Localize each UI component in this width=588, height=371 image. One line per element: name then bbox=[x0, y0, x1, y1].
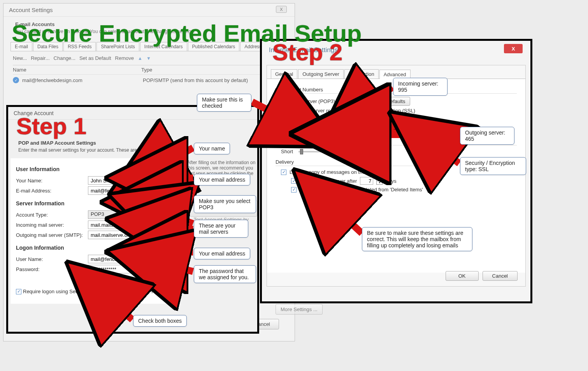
callout-select-pop3: Make sure you select POP3 bbox=[194, 195, 256, 213]
remove-deleted-label: Remove from server when deleted from 'De… bbox=[300, 187, 423, 192]
close-icon[interactable]: X bbox=[504, 44, 523, 53]
new-button[interactable]: New... bbox=[13, 55, 27, 61]
tab-general[interactable]: General bbox=[271, 69, 297, 79]
form-area: User Information Your Name: E-mail Addre… bbox=[11, 158, 178, 304]
down-arrow-icon[interactable]: ▼ bbox=[146, 56, 151, 61]
encryption-type-select[interactable]: SSL bbox=[407, 125, 441, 134]
change-button[interactable]: Change... bbox=[54, 55, 75, 61]
callout-outgoing-port: Outgoing server: 465 bbox=[460, 127, 514, 145]
leave-copy-label: Leave a copy of messages on the server bbox=[290, 169, 381, 175]
step2-heading: Step 2 bbox=[272, 39, 342, 66]
ssl-required-label: This server requires an encrypted connec… bbox=[300, 108, 415, 114]
up-arrow-icon[interactable]: ▲ bbox=[138, 56, 142, 61]
outgoing-server-input[interactable] bbox=[88, 231, 162, 239]
ok-button[interactable]: OK bbox=[446, 271, 479, 281]
more-settings-button[interactable]: More Settings ... bbox=[276, 304, 323, 315]
callout-check-boxes: Check both boxes bbox=[133, 315, 187, 327]
callout-username-email: Your email address bbox=[194, 248, 250, 259]
callout-encryption-type: Security / Encryption type: SSL bbox=[460, 157, 526, 175]
ssl-required-checkbox[interactable]: ✓ bbox=[291, 108, 297, 114]
row-type: POP/SMTP (send from this account by defa… bbox=[143, 77, 248, 83]
email-input[interactable] bbox=[88, 186, 162, 195]
spa-checkbox[interactable]: ✓ bbox=[16, 289, 21, 294]
short-label: Short bbox=[281, 149, 293, 154]
test-by-click-checkbox[interactable]: ✓ bbox=[187, 220, 192, 225]
col-type: Type bbox=[141, 67, 152, 73]
leave-copy-checkbox[interactable]: ✓ bbox=[281, 170, 286, 175]
callout-password: The password that we assigned for you. bbox=[194, 265, 256, 283]
username-input[interactable] bbox=[88, 255, 162, 263]
spa-label: Require logon using Secure Password Auth… bbox=[23, 289, 157, 294]
callout-delivery-note: Be sure to make sure these settings are … bbox=[362, 227, 472, 251]
timeout-slider[interactable] bbox=[298, 151, 333, 152]
timeout-value: 1 minute bbox=[357, 149, 377, 154]
incoming-server-label: Incoming mail server: bbox=[16, 222, 88, 228]
password-label: Password: bbox=[16, 266, 88, 272]
tab-outgoing-server[interactable]: Outgoing Server bbox=[298, 69, 344, 79]
remove-after-checkbox[interactable]: ✓ bbox=[291, 178, 297, 184]
long-label: Long bbox=[339, 149, 350, 154]
encryption-type-label: Use the following type of encrypted conn… bbox=[291, 127, 404, 133]
remove-after-label: Remove from server after bbox=[300, 178, 357, 184]
step1-heading: Step 1 bbox=[16, 113, 86, 140]
col-name: Name bbox=[13, 67, 141, 73]
user-info-heading: User Information bbox=[16, 166, 172, 172]
encryption-type-value: SSL bbox=[411, 127, 420, 133]
outgoing-server-label: Outgoing mail server (SMTP): bbox=[16, 232, 88, 238]
accounts-list: Name Type ✓ mail@fenclwebdesign.com POP/… bbox=[13, 65, 285, 86]
name-input[interactable] bbox=[88, 176, 162, 185]
repair-button[interactable]: Repair... bbox=[31, 55, 49, 61]
outgoing-port-label: Outgoing server (SMTP): bbox=[281, 117, 347, 122]
use-defaults-button[interactable]: Use Defaults bbox=[371, 97, 410, 106]
callout-ssl-checked: Make sure this is checked bbox=[197, 94, 251, 112]
callout-incoming-port: Incoming server: 995 bbox=[393, 78, 448, 96]
check-circle-icon: ✓ bbox=[13, 77, 19, 83]
incoming-port-input[interactable] bbox=[350, 98, 368, 105]
chevron-down-icon bbox=[432, 126, 440, 133]
account-type-select[interactable]: POP3 bbox=[88, 210, 162, 219]
cancel-button[interactable]: Cancel bbox=[483, 271, 518, 281]
email-label: E-mail Address: bbox=[16, 188, 88, 194]
incoming-port-label: Incoming server (POP3): bbox=[281, 98, 347, 104]
username-label: User Name: bbox=[16, 256, 88, 262]
days-spinner[interactable]: ▲▼ bbox=[376, 177, 383, 185]
name-label: Your Name: bbox=[16, 178, 88, 184]
incoming-server-input[interactable] bbox=[88, 220, 162, 229]
tab-connection[interactable]: Connection bbox=[344, 69, 379, 79]
server-info-heading: Server Information bbox=[16, 200, 172, 206]
close-icon[interactable]: X bbox=[276, 6, 287, 13]
account-type-label: Account Type: bbox=[16, 212, 88, 218]
logon-info-heading: Logon Information bbox=[16, 245, 172, 251]
remember-password-label: Remember password bbox=[89, 276, 137, 282]
accounts-toolbar: New... Repair... Change... Set as Defaul… bbox=[13, 55, 285, 61]
callout-your-email: Your email address bbox=[194, 174, 250, 186]
callout-your-name: Your name bbox=[194, 143, 230, 154]
remove-after-days-input[interactable] bbox=[360, 177, 373, 185]
remove-deleted-checkbox[interactable]: ✓ bbox=[291, 187, 297, 192]
password-input[interactable] bbox=[88, 265, 162, 273]
remember-password-checkbox[interactable]: ✓ bbox=[82, 276, 88, 282]
callout-mail-servers: These are your mail servers bbox=[194, 220, 248, 238]
dialog-title: Account Settings bbox=[4, 4, 295, 17]
outgoing-port-input[interactable] bbox=[350, 116, 368, 123]
remove-button[interactable]: Remove bbox=[115, 55, 134, 61]
default-button[interactable]: Set as Default bbox=[79, 55, 111, 61]
row-name: mail@fenclwebdesign.com bbox=[22, 77, 143, 83]
days-label: days bbox=[386, 178, 396, 184]
account-row[interactable]: ✓ mail@fenclwebdesign.com POP/SMTP (send… bbox=[13, 75, 285, 86]
